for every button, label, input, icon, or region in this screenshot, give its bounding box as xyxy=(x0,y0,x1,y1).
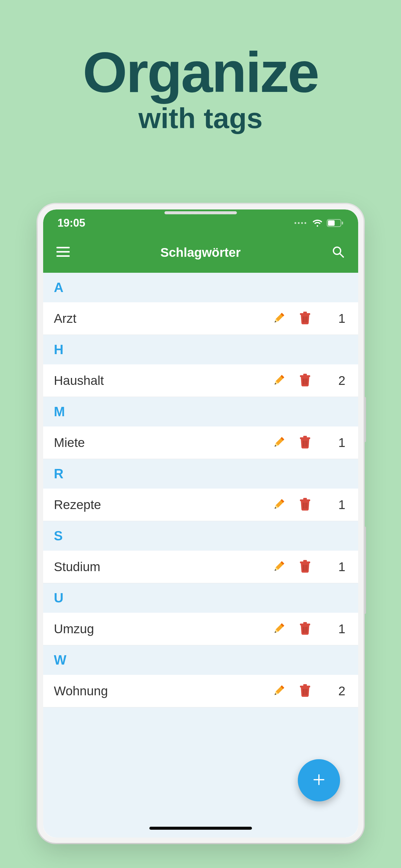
section-header: U xyxy=(43,583,358,613)
tag-row[interactable]: Umzug1 xyxy=(43,613,358,645)
search-button[interactable] xyxy=(331,245,346,260)
edit-button[interactable] xyxy=(270,560,288,574)
plus-icon xyxy=(312,772,326,788)
pencil-icon xyxy=(273,684,285,698)
trash-icon xyxy=(299,560,311,574)
edit-button[interactable] xyxy=(270,622,288,636)
tag-label: Umzug xyxy=(54,622,270,636)
section-header: W xyxy=(43,645,358,675)
status-time: 19:05 xyxy=(58,217,85,229)
delete-button[interactable] xyxy=(296,436,314,450)
svg-rect-4 xyxy=(56,251,70,253)
svg-rect-39 xyxy=(303,684,307,686)
svg-rect-19 xyxy=(303,436,307,438)
svg-rect-29 xyxy=(303,560,307,562)
delete-button[interactable] xyxy=(296,374,314,388)
tag-list[interactable]: AArzt1HHaushalt2MMiete1RRezepte1SStudium… xyxy=(43,273,358,838)
app-bar: Schlagwörter xyxy=(43,237,358,273)
tag-count: 1 xyxy=(314,622,347,636)
svg-rect-14 xyxy=(303,374,307,375)
tag-count: 1 xyxy=(314,435,347,450)
delete-button[interactable] xyxy=(296,684,314,698)
delete-button[interactable] xyxy=(296,312,314,326)
section-header: H xyxy=(43,335,358,364)
tag-row[interactable]: Arzt1 xyxy=(43,302,358,335)
svg-rect-24 xyxy=(303,498,307,500)
edit-button[interactable] xyxy=(270,436,288,450)
app-screen: 19:05 Schlagwörter xyxy=(43,210,358,838)
pencil-icon xyxy=(273,374,285,388)
tag-count: 1 xyxy=(314,311,347,326)
pencil-icon xyxy=(273,436,285,450)
wifi-icon xyxy=(312,219,322,227)
trash-icon xyxy=(299,374,311,388)
trash-icon xyxy=(299,436,311,450)
tag-label: Arzt xyxy=(54,311,270,326)
tag-row[interactable]: Wohnung2 xyxy=(43,675,358,707)
tag-label: Rezepte xyxy=(54,498,270,512)
pencil-icon xyxy=(273,312,285,326)
hero-title: Organize xyxy=(83,39,318,105)
svg-line-7 xyxy=(340,253,343,257)
delete-button[interactable] xyxy=(296,498,314,512)
edit-button[interactable] xyxy=(270,498,288,512)
section-header: M xyxy=(43,397,358,427)
trash-icon xyxy=(299,622,311,636)
delete-button[interactable] xyxy=(296,622,314,636)
tag-row[interactable]: Rezepte1 xyxy=(43,489,358,521)
tag-count: 1 xyxy=(314,498,347,512)
svg-rect-1 xyxy=(328,220,335,226)
hamburger-icon xyxy=(56,247,70,258)
menu-button[interactable] xyxy=(55,245,71,260)
add-tag-button[interactable] xyxy=(298,759,340,801)
tag-row[interactable]: Haushalt2 xyxy=(43,364,358,397)
delete-button[interactable] xyxy=(296,560,314,574)
tag-count: 2 xyxy=(314,373,347,388)
cellular-dots-icon xyxy=(294,222,306,224)
tag-label: Studium xyxy=(54,560,270,574)
page-title: Schlagwörter xyxy=(71,245,331,260)
edit-button[interactable] xyxy=(270,312,288,326)
svg-rect-5 xyxy=(56,255,70,257)
section-header: A xyxy=(43,273,358,302)
trash-icon xyxy=(299,498,311,512)
svg-rect-9 xyxy=(303,312,307,313)
pencil-icon xyxy=(273,622,285,636)
home-indicator[interactable] xyxy=(149,827,252,830)
section-header: S xyxy=(43,521,358,551)
battery-icon xyxy=(327,219,344,227)
tag-count: 1 xyxy=(314,560,347,574)
edit-button[interactable] xyxy=(270,374,288,388)
svg-rect-34 xyxy=(303,622,307,624)
svg-rect-2 xyxy=(342,221,343,224)
phone-speaker xyxy=(165,211,237,214)
tag-label: Wohnung xyxy=(54,684,270,698)
pencil-icon xyxy=(273,498,285,512)
hero-subtitle: with tags xyxy=(83,102,318,135)
trash-icon xyxy=(299,312,311,326)
tag-count: 2 xyxy=(314,684,347,698)
svg-rect-3 xyxy=(56,247,70,248)
phone-frame: 19:05 Schlagwörter xyxy=(38,204,364,843)
tag-label: Miete xyxy=(54,435,270,450)
search-icon xyxy=(332,246,345,259)
pencil-icon xyxy=(273,560,285,574)
tag-label: Haushalt xyxy=(54,373,270,388)
trash-icon xyxy=(299,684,311,698)
section-header: R xyxy=(43,459,358,489)
tag-row[interactable]: Miete1 xyxy=(43,427,358,459)
tag-row[interactable]: Studium1 xyxy=(43,551,358,583)
edit-button[interactable] xyxy=(270,684,288,698)
hero-banner: Organize with tags xyxy=(83,39,318,135)
